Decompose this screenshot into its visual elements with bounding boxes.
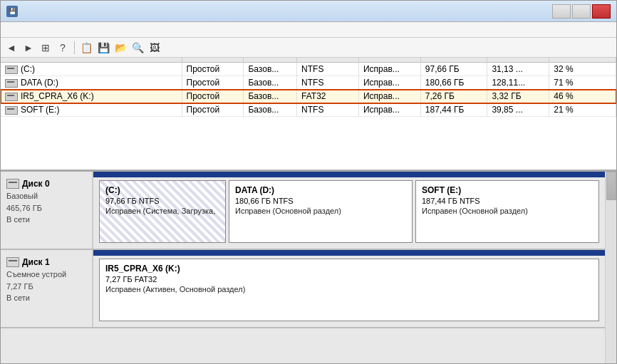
title-bar-left: 💾 <box>6 6 22 17</box>
partition-bar-top <box>93 172 605 177</box>
cell-free2: 46 % <box>549 90 616 103</box>
top-pane: (C:)ПростойБазов...NTFSИсправ...97,66 ГБ… <box>1 58 616 172</box>
disk-label-disk0: Диск 0Базовый465,76 ГБВ сети <box>1 172 93 249</box>
partition-block[interactable]: (C:)97,66 ГБ NTFSИсправен (Система, Загр… <box>99 180 226 243</box>
partition-name: DATA (D:) <box>235 185 406 195</box>
table-row[interactable]: IR5_CPRA_X6 (K:)ПростойБазов...FAT32Испр… <box>1 90 616 103</box>
cell-volume: (C:) <box>1 63 182 76</box>
partition-status: Исправен (Основной раздел) <box>235 207 406 215</box>
view-button[interactable]: 🖼 <box>147 40 162 56</box>
main-window: 💾 ◄ ► ⊞ ? 📋 💾 📂 🔍 🖼 <box>0 0 617 364</box>
cell-free2: 71 % <box>549 76 616 90</box>
cell-fs: NTFS <box>297 103 359 117</box>
cell-free2: 32 % <box>549 63 616 76</box>
menu-bar <box>1 22 616 38</box>
disk-drive-icon <box>6 257 19 267</box>
cell-free1: 128,11... <box>487 76 549 90</box>
back-button[interactable]: ◄ <box>4 40 19 56</box>
cell-layout: Простой <box>182 103 244 117</box>
disk-icon <box>5 66 18 74</box>
disk-row-disk0: Диск 0Базовый465,76 ГБВ сети(C:)97,66 ГБ… <box>1 172 616 250</box>
partition-block[interactable]: IR5_CPRA_X6 (K:)7,27 ГБ FAT32Исправен (А… <box>99 259 599 321</box>
cell-capacity: 97,66 ГБ <box>420 63 487 76</box>
menu-action[interactable] <box>15 28 26 31</box>
partition-name: SOFT (E:) <box>422 185 593 195</box>
cell-type: Базов... <box>244 76 297 90</box>
cell-volume: DATA (D:) <box>1 76 182 90</box>
partition-name: (C:) <box>105 185 219 195</box>
partition-name: IR5_CPRA_X6 (K:) <box>105 264 593 274</box>
save-button[interactable]: 💾 <box>95 40 111 56</box>
disk-icon <box>5 106 18 115</box>
cell-layout: Простой <box>182 76 244 90</box>
disk-partitions-disk0: (C:)97,66 ГБ NTFSИсправен (Система, Загр… <box>93 172 605 249</box>
cell-layout: Простой <box>182 63 244 76</box>
cell-fs: NTFS <box>297 76 359 90</box>
cell-free2: 21 % <box>549 103 616 117</box>
minimize-button[interactable] <box>552 4 571 19</box>
cell-capacity: 187,44 ГБ <box>420 103 487 117</box>
main-content: (C:)ПростойБазов...NTFSИсправ...97,66 ГБ… <box>1 58 616 363</box>
disk-table: (C:)ПростойБазов...NTFSИсправ...97,66 ГБ… <box>1 58 616 117</box>
table-row[interactable]: SOFT (E:)ПростойБазов...NTFSИсправ...187… <box>1 103 616 117</box>
partition-status: Исправен (Активен, Основной раздел) <box>105 285 593 293</box>
open-button[interactable]: 📂 <box>113 40 128 56</box>
partition-size: 187,44 ГБ NTFS <box>422 197 593 205</box>
partition-size: 180,66 ГБ NTFS <box>235 197 406 205</box>
partition-block[interactable]: SOFT (E:)187,44 ГБ NTFSИсправен (Основно… <box>415 180 599 243</box>
cell-free1: 31,13 ... <box>487 63 549 76</box>
partition-size: 7,27 ГБ FAT32 <box>105 275 593 284</box>
menu-view[interactable] <box>26 28 38 31</box>
disk-number: Диск 1 <box>22 257 50 267</box>
cell-status: Исправ... <box>358 76 420 90</box>
maximize-button[interactable] <box>572 4 591 19</box>
disk-label-name: Диск 1 <box>6 257 86 267</box>
disk-row-disk1: Диск 1Съемное устрой7,27 ГБВ сетиIR5_CPR… <box>1 250 616 328</box>
partition-status: Исправен (Система, Загрузка, <box>105 207 219 215</box>
grid-button[interactable]: ⊞ <box>38 40 53 56</box>
partition-bar-top <box>93 250 605 256</box>
disk-number: Диск 0 <box>22 179 50 189</box>
partition-size: 97,66 ГБ NTFS <box>105 197 219 205</box>
cell-type: Базов... <box>244 63 297 76</box>
toolbar-separator-1 <box>74 41 75 54</box>
cell-type: Базов... <box>244 90 297 103</box>
cell-volume: SOFT (E:) <box>1 103 182 117</box>
help-button[interactable]: ? <box>55 40 71 56</box>
toolbar: ◄ ► ⊞ ? 📋 💾 📂 🔍 🖼 <box>1 38 616 58</box>
cell-status: Исправ... <box>358 103 420 117</box>
partition-status: Исправен (Основной раздел) <box>422 207 593 215</box>
menu-help[interactable] <box>38 28 49 31</box>
table-row[interactable]: (C:)ПростойБазов...NTFSИсправ...97,66 ГБ… <box>1 63 616 76</box>
window-icon: 💾 <box>6 6 18 17</box>
disk-info: Базовый465,76 ГБВ сети <box>6 190 86 226</box>
scrollbar-thumb[interactable] <box>606 172 616 200</box>
title-bar: 💾 <box>1 1 616 22</box>
disk-drive-icon <box>6 179 19 189</box>
scrollbar[interactable] <box>605 172 616 363</box>
cell-fs: NTFS <box>297 63 359 76</box>
close-button[interactable] <box>592 4 611 19</box>
search-button[interactable]: 🔍 <box>130 40 145 56</box>
partitions-inner: IR5_CPRA_X6 (K:)7,27 ГБ FAT32Исправен (А… <box>93 250 605 327</box>
cell-volume: IR5_CPRA_X6 (K:) <box>1 90 182 103</box>
cell-status: Исправ... <box>358 63 420 76</box>
cell-type: Базов... <box>244 103 297 117</box>
disk-icon <box>5 93 18 101</box>
disk-partitions-disk1: IR5_CPRA_X6 (K:)7,27 ГБ FAT32Исправен (А… <box>93 250 605 327</box>
table-row[interactable]: DATA (D:)ПростойБазов...NTFSИсправ...180… <box>1 76 616 90</box>
cell-capacity: 180,66 ГБ <box>420 76 487 90</box>
cell-capacity: 7,26 ГБ <box>420 90 487 103</box>
disk-label-name: Диск 0 <box>6 179 86 189</box>
bottom-pane: Диск 0Базовый465,76 ГБВ сети(C:)97,66 ГБ… <box>1 172 616 363</box>
cell-status: Исправ... <box>358 90 420 103</box>
list-button[interactable]: 📋 <box>78 40 94 56</box>
menu-file[interactable] <box>4 28 15 31</box>
partition-block[interactable]: DATA (D:)180,66 ГБ NTFSИсправен (Основно… <box>229 180 413 243</box>
cell-free1: 3,32 ГБ <box>487 90 549 103</box>
cell-layout: Простой <box>182 90 244 103</box>
forward-button[interactable]: ► <box>21 40 36 56</box>
disk-info: Съемное устрой7,27 ГБВ сети <box>6 269 86 304</box>
partitions-inner: (C:)97,66 ГБ NTFSИсправен (Система, Загр… <box>93 172 605 249</box>
disk-label-disk1: Диск 1Съемное устрой7,27 ГБВ сети <box>1 250 93 327</box>
